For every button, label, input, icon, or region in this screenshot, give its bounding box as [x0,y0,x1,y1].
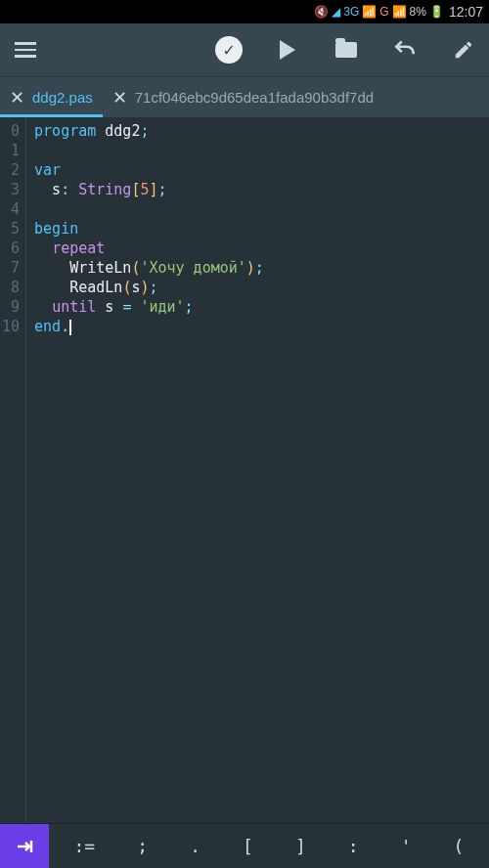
code-editor[interactable]: 012345678910 program ddg2;var s: String[… [0,117,489,823]
compile-button[interactable]: ✓ [211,32,246,67]
hamburger-icon [15,42,36,58]
line-number: 0 [2,121,20,141]
signal-icon-1: 📶 [362,5,377,19]
tab-bar: ✕ ddg2.pas ✕ 71cf046ebc9d65dea1fada90b3d… [0,76,489,117]
code-line[interactable]: WriteLn('Хочу домой'); [34,258,264,278]
status-bar: 🔇 ◢ 3G 📶 G 📶 8% 🔋 12:07 [0,0,489,23]
line-number: 3 [2,180,20,199]
play-icon [280,40,295,60]
code-line[interactable]: end. [34,317,264,336]
symbol-key[interactable]: ' [395,828,418,864]
symbol-key[interactable]: := [68,828,102,864]
line-gutter: 012345678910 [0,117,26,823]
symbol-key[interactable]: ] [289,828,312,864]
menu-button[interactable] [8,32,43,67]
line-number: 8 [2,278,20,297]
line-number: 6 [2,239,20,258]
code-line[interactable]: ReadLn(s); [34,278,264,297]
line-number: 5 [2,219,20,239]
symbol-key[interactable]: . [184,828,206,864]
status-icons: 🔇 ◢ 3G 📶 G 📶 8% 🔋 12:07 [314,4,483,20]
tab-ddg2[interactable]: ✕ ddg2.pas [0,77,103,117]
undo-button[interactable] [387,32,422,67]
line-number: 7 [2,258,20,278]
code-line[interactable]: var [34,160,264,180]
tab-arrow-icon [13,835,36,858]
network-3g: 3G [343,5,359,19]
code-line[interactable]: repeat [34,239,264,258]
battery-icon: 🔋 [429,5,444,19]
toolbar: ✓ [0,23,489,76]
code-line[interactable]: until s = 'иди'; [34,297,264,317]
pencil-icon [453,39,474,61]
line-number: 4 [2,199,20,219]
code-content[interactable]: program ddg2;var s: String[5];begin repe… [26,117,264,823]
line-number: 2 [2,160,20,180]
symbol-row: :=;.[]:'( [49,824,489,868]
close-icon[interactable]: ✕ [112,87,127,108]
network-g: G [379,5,388,19]
close-icon[interactable]: ✕ [10,87,24,108]
tab-label: 71cf046ebc9d65dea1fada90b3df7dd [135,89,374,106]
tab-key-button[interactable] [0,824,49,868]
battery-percent: 8% [410,5,426,19]
run-button[interactable] [270,32,305,67]
line-number: 10 [2,317,20,336]
edit-button[interactable] [446,32,481,67]
code-line[interactable] [34,141,264,160]
symbol-key[interactable]: ; [131,828,154,864]
code-line[interactable]: s: String[5]; [34,180,264,199]
check-icon: ✓ [215,36,243,64]
symbol-bar: :=;.[]:'( [0,823,489,868]
code-line[interactable]: begin [34,219,264,239]
code-line[interactable] [34,199,264,219]
symbol-key[interactable]: [ [237,828,259,864]
undo-icon [392,37,418,63]
line-number: 1 [2,141,20,160]
symbol-key[interactable]: : [342,828,365,864]
tab-hash[interactable]: ✕ 71cf046ebc9d65dea1fada90b3df7dd [103,77,383,117]
open-button[interactable] [329,32,364,67]
folder-icon [335,42,357,58]
mute-icon: 🔇 [314,5,329,19]
signal-icon-2: 📶 [392,5,407,19]
symbol-key[interactable]: ( [448,828,470,864]
code-line[interactable]: program ddg2; [34,121,264,141]
line-number: 9 [2,297,20,317]
clock: 12:07 [449,4,483,20]
tab-label: ddg2.pas [32,89,93,106]
wifi-icon: ◢ [332,5,340,19]
